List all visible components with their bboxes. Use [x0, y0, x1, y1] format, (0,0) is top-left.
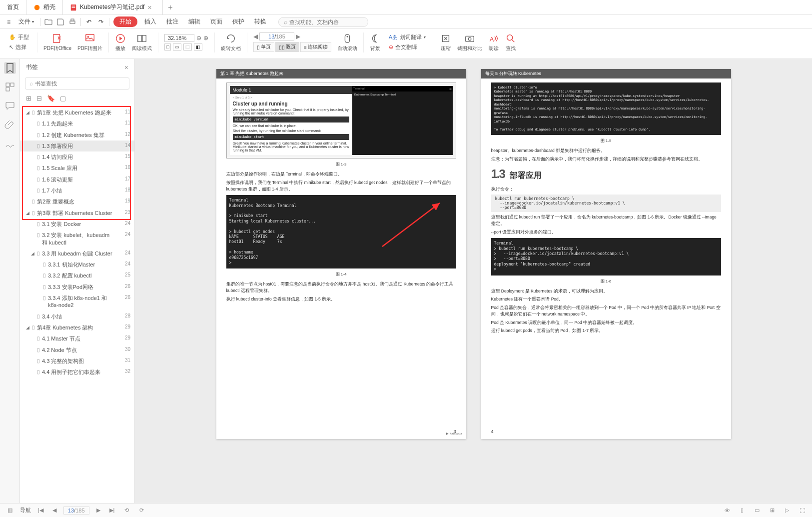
- bookmark-item[interactable]: ▯1.6 滚动更新17: [20, 174, 134, 185]
- print-icon[interactable]: [68, 18, 76, 26]
- bookmark-item[interactable]: ▯3.4 小结28: [20, 311, 134, 322]
- screenshot-button[interactable]: 截图和对比: [455, 33, 484, 52]
- layout2-icon[interactable]: ▭: [752, 506, 762, 516]
- fit-width-icon[interactable]: □: [164, 44, 171, 50]
- bookmark-item[interactable]: ▯3.2 安装 kubelet、kubeadm 和 kubectl24: [20, 230, 134, 248]
- layout3-icon[interactable]: ⊞: [767, 506, 777, 516]
- play-button[interactable]: 播放: [113, 33, 128, 52]
- menu-annotate[interactable]: 批注: [163, 16, 181, 27]
- bookmark-item[interactable]: ▯4.3 完整的架构图31: [20, 356, 134, 366]
- bookmark-outline-icon[interactable]: ▢: [60, 94, 66, 102]
- expand-toggle-icon[interactable]: ◢: [31, 251, 36, 256]
- fullscreen-icon[interactable]: ⛶: [797, 506, 807, 516]
- bookmark-item[interactable]: ▯1.5 Scale 应用16: [20, 162, 134, 174]
- redo-icon[interactable]: ↷: [97, 18, 105, 26]
- comment-panel-icon[interactable]: [4, 100, 16, 112]
- zoom-in-icon[interactable]: ⊕: [203, 34, 208, 42]
- back-icon[interactable]: ⟲: [121, 506, 131, 516]
- page-input[interactable]: 13/185: [259, 32, 294, 40]
- read-aloud-button[interactable]: A 朗读: [486, 33, 501, 52]
- next-page-icon[interactable]: ▶: [296, 33, 300, 40]
- expand-toggle-icon[interactable]: ◢: [26, 210, 31, 216]
- menu-page[interactable]: 页面: [207, 16, 225, 27]
- bookmark-item[interactable]: ▯1.4 访问应用15: [20, 152, 134, 162]
- double-page-btn[interactable]: ▯▯ 双页: [275, 42, 299, 52]
- attachment-panel-icon[interactable]: [4, 119, 16, 131]
- expand-all-icon[interactable]: ⊞: [26, 94, 31, 102]
- eye-icon[interactable]: 👁: [722, 506, 732, 516]
- expand-toggle-icon[interactable]: ◢: [26, 325, 31, 330]
- tab-docer[interactable]: 稻壳: [26, 0, 63, 14]
- undo-icon[interactable]: ↶: [85, 18, 93, 26]
- bookmark-item[interactable]: ▯3.3.4 添加 k8s-node1 和 k8s-node226: [20, 292, 134, 311]
- bookmark-item[interactable]: ▯3.3.2 配置 kubectl25: [20, 270, 134, 281]
- bookmark-item[interactable]: ▯1.3 部署应用14: [20, 140, 134, 152]
- hand-tool[interactable]: ✋手型: [7, 33, 31, 42]
- tab-document[interactable]: Kubernetes学习笔记.pdf ×: [63, 0, 163, 14]
- bookmark-panel-icon[interactable]: [4, 62, 16, 74]
- bookmark-item[interactable]: ◢▯第4章 Kubernetes 架构29: [20, 322, 134, 333]
- bookmark-item[interactable]: ▯4.1 Master 节点29: [20, 333, 134, 344]
- select-tool[interactable]: ↖选择: [7, 43, 28, 52]
- play-icon[interactable]: ▷: [782, 506, 792, 516]
- bookmark-item[interactable]: ▯3.1 安装 Docker24: [20, 218, 134, 230]
- word-translate[interactable]: Aあ划词翻译 ▾: [387, 33, 428, 42]
- bookmark-item[interactable]: ▯4.4 用例子把它们串起来32: [20, 366, 134, 378]
- bookmark-item[interactable]: ◢▯第1章 先把 Kubernetes 跑起来11: [20, 107, 134, 118]
- file-menu[interactable]: 文件 ▾: [16, 16, 36, 27]
- thumbnail-panel-icon[interactable]: [4, 81, 16, 93]
- bookmark-item[interactable]: ◢▯3.3 用 kubeadm 创建 Cluster24: [20, 248, 134, 259]
- continuous-btn[interactable]: ≡ 连续阅读: [300, 42, 331, 52]
- pdf-to-image[interactable]: PDF转图片: [75, 33, 104, 52]
- next-page-icon[interactable]: ▶: [94, 507, 102, 514]
- search-box[interactable]: ⌕: [278, 17, 368, 27]
- page-indicator[interactable]: 13/185: [63, 506, 89, 514]
- menu-protect[interactable]: 保护: [229, 16, 247, 27]
- nav-label[interactable]: 导航: [20, 506, 31, 514]
- forward-icon[interactable]: ⟳: [136, 506, 146, 516]
- bg-button[interactable]: 背景: [368, 33, 383, 52]
- read-mode[interactable]: 阅读模式: [130, 33, 154, 52]
- compress-button[interactable]: 压缩: [438, 33, 453, 52]
- bookmark-search-input[interactable]: [35, 80, 125, 86]
- find-button[interactable]: 查找: [503, 33, 518, 52]
- document-viewport[interactable]: 第 1 章 先把 Kubernetes 跑起来 Module 1 < Step …: [135, 59, 812, 503]
- single-page-btn[interactable]: ▯ 单页: [253, 42, 274, 52]
- collapse-all-icon[interactable]: ⊟: [36, 94, 42, 102]
- menu-edit[interactable]: 编辑: [185, 16, 203, 27]
- tab-home[interactable]: 首页: [0, 0, 26, 14]
- bookmark-item[interactable]: ▯1.2 创建 Kubernetes 集群12: [20, 130, 134, 140]
- signature-panel-icon[interactable]: [4, 138, 16, 150]
- rotate-button[interactable]: 旋转文档: [219, 33, 243, 52]
- add-bookmark-icon[interactable]: 🔖: [47, 94, 55, 102]
- bookmark-item[interactable]: ▯第2章 重要概念19: [20, 196, 134, 207]
- prev-page-icon[interactable]: ◀: [253, 33, 258, 40]
- bookmark-item[interactable]: ▯3.3.1 初始化Master24: [20, 259, 134, 270]
- bookmark-item[interactable]: ▯4.2 Node 节点30: [20, 344, 134, 356]
- full-translate[interactable]: ⊕全文翻译: [387, 43, 419, 52]
- menu-convert[interactable]: 转换: [251, 16, 269, 27]
- auto-scroll[interactable]: 自动滚动: [335, 33, 359, 52]
- menu-insert[interactable]: 插入: [141, 16, 159, 27]
- menu-icon[interactable]: ≡: [5, 18, 12, 26]
- close-icon[interactable]: ×: [147, 4, 151, 12]
- zoom-value[interactable]: 32.18%: [164, 34, 194, 42]
- layout1-icon[interactable]: ▯: [737, 506, 747, 516]
- bookmark-item[interactable]: ▯1.7 小结18: [20, 185, 134, 196]
- bookmark-item[interactable]: ▯1.1 先跑起来11: [20, 118, 134, 129]
- actual-size-icon[interactable]: ⬚: [183, 44, 192, 50]
- bookmark-item[interactable]: ▯3.3.3 安装Pod网络26: [20, 282, 134, 292]
- sidebar-close-icon[interactable]: ×: [124, 64, 128, 72]
- sidebar-toggle-icon[interactable]: ▥: [5, 506, 15, 516]
- bookmark-search[interactable]: ⌕: [25, 78, 129, 90]
- last-page-icon[interactable]: ▶|: [107, 507, 117, 514]
- expand-toggle-icon[interactable]: ◢: [26, 110, 31, 115]
- fit-page-icon[interactable]: ▭: [173, 44, 181, 50]
- fit-visible-icon[interactable]: ◧: [194, 44, 202, 50]
- first-page-icon[interactable]: |◀: [36, 507, 45, 514]
- open-icon[interactable]: [44, 18, 52, 26]
- save-icon[interactable]: [56, 18, 64, 26]
- search-input[interactable]: [289, 19, 363, 25]
- zoom-out-icon[interactable]: ⊖: [196, 34, 201, 42]
- bookmark-item[interactable]: ◢▯第3章 部署 Kubernetes Cluster23: [20, 208, 134, 218]
